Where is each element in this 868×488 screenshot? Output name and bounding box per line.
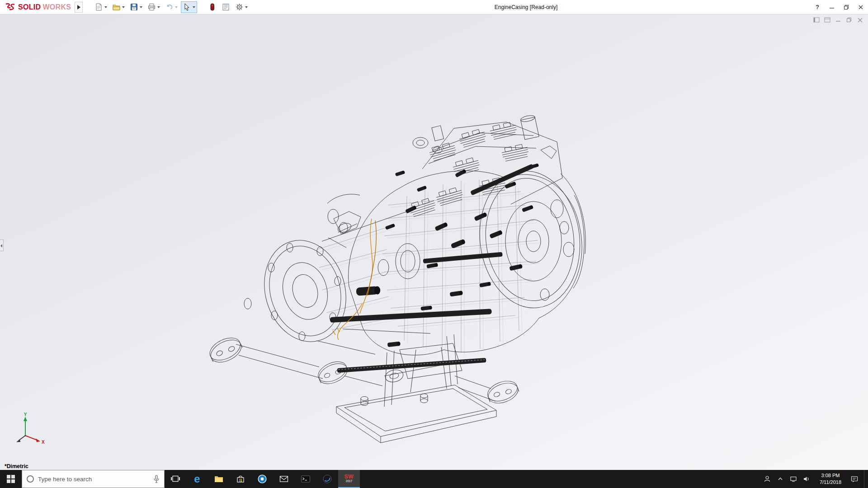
restore-icon — [844, 5, 849, 10]
restore-button[interactable] — [839, 0, 854, 14]
select-button[interactable] — [181, 1, 197, 13]
taskbar-app-circle[interactable] — [316, 470, 338, 488]
save-icon — [130, 3, 138, 11]
options-gear-icon — [235, 3, 244, 11]
rebuild-stoplight-icon — [208, 3, 217, 11]
flyout-arrow-icon — [77, 5, 80, 9]
open-folder-icon — [112, 3, 121, 11]
system-tray: 3:08 PM 7/11/2018 — [764, 470, 868, 488]
document-title: EngineCasing [Read-only] — [495, 4, 557, 10]
dropdown-arrow-icon[interactable] — [157, 6, 160, 8]
taskbar-app-terminal[interactable] — [295, 470, 316, 488]
new-document-icon — [94, 3, 103, 11]
undo-button[interactable] — [163, 1, 179, 13]
task-view-button[interactable] — [165, 470, 186, 488]
solidworks-logo: SOLIDWORKS — [0, 3, 73, 12]
solidworks-window: SOLIDWORKS — [0, 0, 868, 488]
undo-icon — [165, 3, 174, 11]
sw-badge-top: SW — [344, 474, 354, 479]
dropdown-arrow-icon[interactable] — [140, 6, 142, 8]
dropdown-arrow-icon[interactable] — [122, 6, 125, 8]
help-label: ? — [816, 4, 819, 10]
options-button[interactable] — [233, 1, 250, 13]
taskbar-app-solidworks[interactable]: SW 2017 — [338, 470, 360, 488]
new-document-button[interactable] — [93, 1, 109, 13]
titlebar: SOLIDWORKS — [0, 0, 868, 14]
clock-time: 3:08 PM — [816, 472, 845, 479]
help-button[interactable]: ? — [810, 0, 825, 14]
menu-flyout-button[interactable] — [75, 2, 83, 13]
sw-badge-bottom: 2017 — [346, 480, 352, 483]
browser-circle-icon — [257, 474, 267, 484]
view-orientation-label: *Dimetric — [5, 463, 28, 469]
dark-circle-app-icon — [322, 474, 332, 484]
triad-y-label: Y — [24, 412, 27, 417]
terminal-icon — [301, 474, 311, 484]
microphone-icon[interactable] — [153, 475, 160, 483]
window-controls: ? — [810, 0, 868, 14]
search-input[interactable] — [38, 476, 149, 483]
store-icon — [236, 474, 245, 484]
windows-logo-icon — [7, 475, 15, 483]
open-button[interactable] — [110, 1, 127, 13]
task-view-icon — [170, 474, 180, 484]
triad-x-label: X — [42, 440, 45, 445]
windows-taskbar: e — [0, 470, 868, 488]
file-explorer-icon — [214, 474, 224, 484]
dropdown-arrow-icon[interactable] — [193, 6, 195, 8]
mail-icon — [279, 474, 289, 484]
close-icon — [858, 5, 863, 10]
file-properties-button[interactable] — [220, 1, 232, 13]
minimize-icon — [829, 5, 835, 10]
people-icon[interactable] — [764, 475, 771, 483]
minimize-button[interactable] — [825, 0, 839, 14]
rebuild-button[interactable] — [206, 1, 218, 13]
taskbar-app-edge[interactable]: e — [186, 470, 208, 488]
main-toolbar — [93, 1, 250, 13]
save-button[interactable] — [128, 1, 144, 13]
print-button[interactable] — [146, 1, 162, 13]
select-cursor-icon — [183, 3, 191, 11]
clock-date: 7/11/2018 — [816, 479, 845, 486]
solidworks-icon: SW 2017 — [342, 472, 356, 485]
brand-solid: SOLID — [18, 3, 41, 11]
taskbar-clock[interactable]: 3:08 PM 7/11/2018 — [816, 472, 845, 486]
taskbar-app-mail[interactable] — [273, 470, 295, 488]
edge-icon: e — [194, 474, 200, 484]
hidden-icons-caret[interactable] — [777, 475, 784, 483]
taskbar-app-store[interactable] — [230, 470, 251, 488]
start-button[interactable] — [0, 470, 22, 488]
dropdown-arrow-icon[interactable] — [175, 6, 178, 8]
cortana-icon — [27, 475, 34, 483]
dropdown-arrow-icon[interactable] — [245, 6, 248, 8]
orientation-triad[interactable]: Y X — [12, 412, 48, 450]
action-center-icon[interactable] — [851, 475, 858, 483]
volume-icon[interactable] — [803, 475, 810, 483]
taskbar-search[interactable] — [22, 470, 165, 488]
file-properties-icon — [222, 3, 230, 11]
model-wireframe[interactable] — [0, 14, 868, 470]
taskbar-app-file-explorer[interactable] — [208, 470, 230, 488]
print-icon — [147, 3, 156, 11]
graphics-area[interactable]: Y X *Dimetric — [0, 14, 868, 470]
dropdown-arrow-icon[interactable] — [104, 6, 107, 8]
network-icon[interactable] — [790, 475, 797, 483]
close-button[interactable] — [854, 0, 868, 14]
ds-logo-icon — [5, 3, 16, 12]
taskbar-app-browser[interactable] — [251, 470, 273, 488]
brand-works: WORKS — [42, 3, 71, 11]
show-desktop-button[interactable] — [864, 470, 866, 488]
